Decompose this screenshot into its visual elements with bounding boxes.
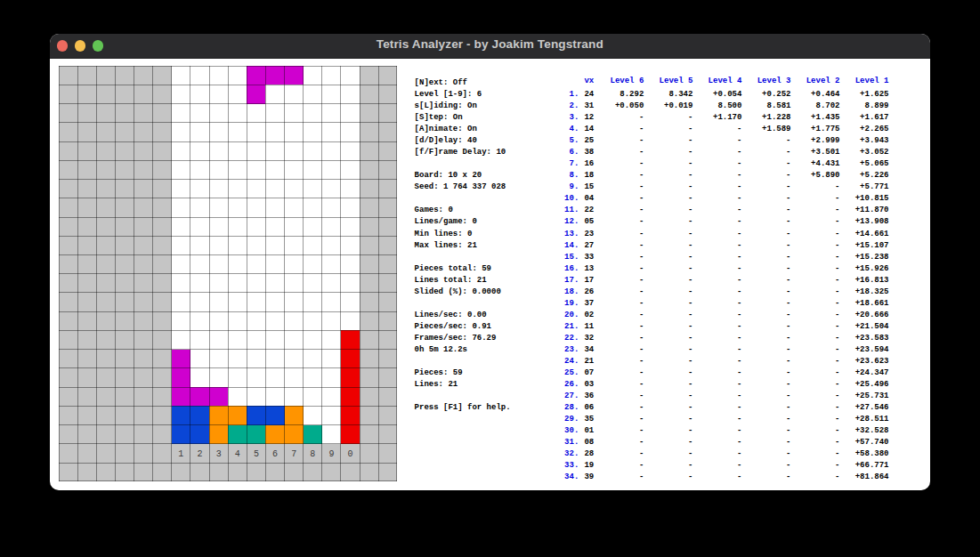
svg-text:2: 2: [197, 449, 202, 459]
svg-text:8: 8: [310, 449, 315, 459]
svg-text:4: 4: [235, 449, 240, 459]
svg-text:9: 9: [328, 449, 334, 459]
svg-text:3: 3: [216, 449, 222, 459]
svg-text:5: 5: [254, 449, 259, 459]
svg-text:0: 0: [348, 449, 353, 459]
svg-text:1: 1: [178, 449, 183, 459]
svg-text:6: 6: [272, 449, 278, 459]
svg-text:7: 7: [291, 449, 296, 459]
